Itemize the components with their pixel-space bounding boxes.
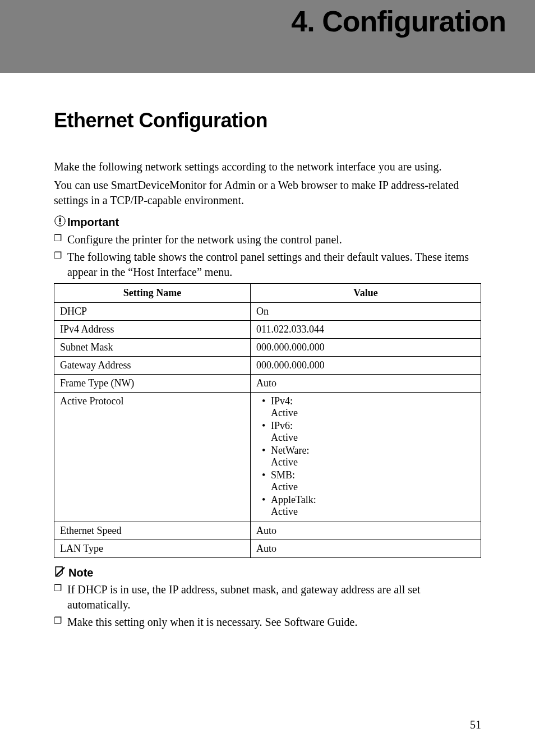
table-row: Active Protocol • IPv4: Active • — [54, 393, 481, 522]
bullet-icon: • — [256, 445, 271, 468]
setting-name-cell: Frame Type (NW) — [54, 375, 251, 393]
protocol-item: • AppleTalk: Active — [256, 494, 475, 518]
table-header-name: Setting Name — [54, 284, 251, 303]
protocol-item: • IPv4: Active — [256, 395, 475, 419]
bullet-icon: • — [256, 420, 271, 444]
table-row: Subnet Mask 000.000.000.000 — [54, 339, 481, 357]
note-item-text: If DHCP is in use, the IP address, subne… — [67, 582, 481, 612]
important-item-text: The following table shows the control pa… — [67, 250, 481, 280]
protocol-label: IPv4: — [271, 395, 293, 407]
protocol-status: Active — [271, 432, 298, 443]
note-item-1: ❒ If DHCP is in use, the IP address, sub… — [54, 582, 481, 612]
note-label: Note — [68, 566, 93, 579]
note-heading: Note — [54, 566, 481, 580]
important-heading: Important — [54, 215, 481, 230]
protocol-status: Active — [271, 481, 298, 492]
setting-name-cell: Gateway Address — [54, 357, 251, 375]
setting-value-cell: Auto — [251, 522, 481, 540]
table-row: Ethernet Speed Auto — [54, 522, 481, 540]
important-item-1: ❒ Configure the printer for the network … — [54, 232, 481, 247]
setting-name-cell: Active Protocol — [54, 393, 251, 522]
protocol-item: • IPv6: Active — [256, 420, 475, 444]
setting-name-cell: Subnet Mask — [54, 339, 251, 357]
table-header-row: Setting Name Value — [54, 284, 481, 303]
setting-value-cell: 011.022.033.044 — [251, 321, 481, 339]
table-row: Gateway Address 000.000.000.000 — [54, 357, 481, 375]
bullet-icon: • — [256, 395, 271, 419]
protocol-item: • SMB: Active — [256, 469, 475, 493]
setting-value-cell: Auto — [251, 540, 481, 558]
svg-rect-2 — [59, 223, 61, 224]
note-item-text: Make this setting only when it is necess… — [67, 615, 481, 630]
setting-value-cell: 000.000.000.000 — [251, 339, 481, 357]
setting-name-cell: IPv4 Address — [54, 321, 251, 339]
table-header-value: Value — [251, 284, 481, 303]
list-marker-icon: ❒ — [54, 232, 67, 247]
protocol-label: AppleTalk: — [271, 494, 316, 505]
chapter-title: 4. Configuration — [291, 4, 506, 38]
svg-rect-1 — [59, 218, 61, 222]
page-number: 51 — [470, 718, 481, 731]
important-item-text: Configure the printer for the network us… — [67, 232, 481, 247]
list-marker-icon: ❒ — [54, 615, 67, 630]
intro-paragraph-2: You can use SmartDeviceMonitor for Admin… — [54, 178, 481, 208]
page-content: Ethernet Configuration Make the followin… — [0, 73, 535, 630]
table-row: LAN Type Auto — [54, 540, 481, 558]
list-marker-icon: ❒ — [54, 582, 67, 612]
setting-name-cell: LAN Type — [54, 540, 251, 558]
setting-name-cell: DHCP — [54, 303, 251, 321]
protocol-item: • NetWare: Active — [256, 445, 475, 468]
important-item-2: ❒ The following table shows the control … — [54, 250, 481, 280]
header-bar: 4. Configuration — [0, 0, 535, 73]
important-label: Important — [67, 216, 119, 229]
settings-table: Setting Name Value DHCP On IPv4 Address … — [54, 283, 481, 558]
section-title: Ethernet Configuration — [54, 109, 481, 132]
protocol-label: SMB: — [271, 469, 295, 481]
setting-value-cell: On — [251, 303, 481, 321]
intro-paragraph-1: Make the following network settings acco… — [54, 159, 481, 174]
protocol-label: IPv6: — [271, 420, 293, 431]
table-row: Frame Type (NW) Auto — [54, 375, 481, 393]
table-row: IPv4 Address 011.022.033.044 — [54, 321, 481, 339]
protocol-status: Active — [271, 407, 298, 418]
setting-name-cell: Ethernet Speed — [54, 522, 251, 540]
note-icon — [54, 566, 65, 580]
note-item-2: ❒ Make this setting only when it is nece… — [54, 615, 481, 630]
protocol-label: NetWare: — [271, 445, 310, 456]
protocol-status: Active — [271, 506, 298, 517]
table-row: DHCP On — [54, 303, 481, 321]
important-icon — [54, 215, 66, 230]
bullet-icon: • — [256, 494, 271, 518]
protocol-list: • IPv4: Active • IPv6: Active — [256, 395, 475, 518]
setting-value-cell: Auto — [251, 375, 481, 393]
setting-value-cell: 000.000.000.000 — [251, 357, 481, 375]
protocol-status: Active — [271, 457, 298, 468]
bullet-icon: • — [256, 469, 271, 493]
setting-value-cell: • IPv4: Active • IPv6: Active — [251, 393, 481, 522]
list-marker-icon: ❒ — [54, 250, 67, 280]
